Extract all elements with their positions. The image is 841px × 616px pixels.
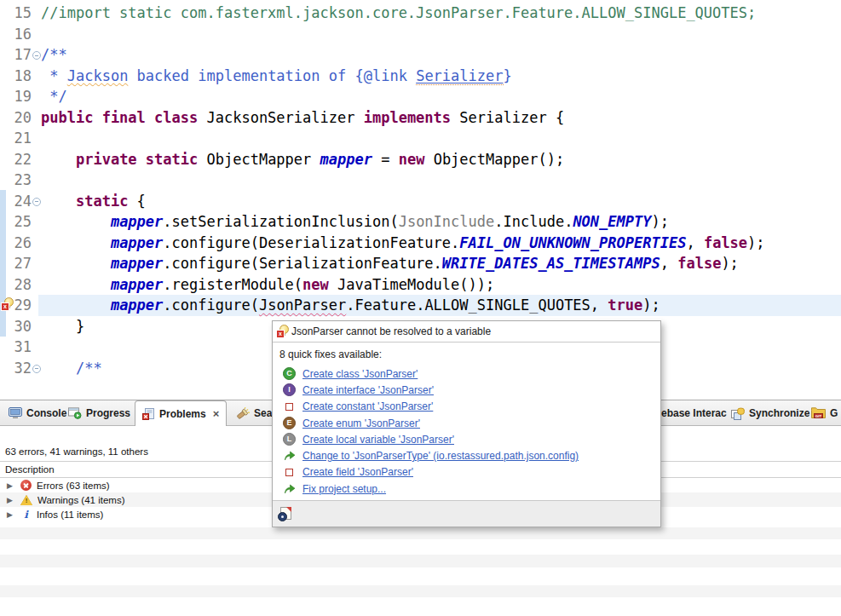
fold-marker-icon[interactable] xyxy=(32,358,41,379)
empty-row xyxy=(0,555,841,567)
quickfix-popup-header: x JsonParser cannot be resolved to a var… xyxy=(273,321,660,343)
code-line-29[interactable]: 29 mapper.configure(JsonParser.Feature.A… xyxy=(0,295,841,316)
quickfix-item[interactable]: Create constant 'JsonParser' xyxy=(279,399,654,415)
constant-icon xyxy=(283,403,296,411)
error-badge-icon: x xyxy=(1,302,9,311)
quickfix-item[interactable]: CCreate class 'JsonParser' xyxy=(279,366,654,382)
collapse-icon[interactable] xyxy=(32,51,41,60)
problems-summary: 63 errors, 41 warnings, 11 others xyxy=(5,446,148,457)
code-line-21[interactable]: 21 xyxy=(0,128,841,149)
quickfix-link[interactable]: Change to 'JsonParserType' (io.restassur… xyxy=(302,450,579,462)
expand-arrow-icon[interactable]: ▶ xyxy=(7,481,15,490)
line-number: 16 xyxy=(0,24,32,45)
code-text: mapper.configure(SerializationFeature.WR… xyxy=(41,253,739,274)
fold-marker-icon[interactable] xyxy=(32,191,41,212)
line-number: 23 xyxy=(0,170,32,191)
quickfix-list: CCreate class 'JsonParser'ICreate interf… xyxy=(279,366,654,497)
tab-rebase-interactive[interactable]: ebase Interac xyxy=(661,401,727,425)
quickfix-item[interactable]: Create field 'JsonParser' xyxy=(279,464,654,481)
code-text: mapper.setSerializationInclusion(JsonInc… xyxy=(41,211,669,233)
code-line-16[interactable]: 16 xyxy=(0,24,841,45)
quickfix-bulb-error-icon: x xyxy=(276,325,289,338)
fold-marker-icon[interactable] xyxy=(32,44,41,66)
code-line-22[interactable]: 22 private static ObjectMapper mapper = … xyxy=(0,149,841,170)
info-icon: i xyxy=(20,509,32,521)
code-text: * Jackson backed implementation of {@lin… xyxy=(41,66,512,87)
code-text: } xyxy=(41,316,84,337)
code-line-15[interactable]: 15//import static com.fasterxml.jackson.… xyxy=(0,3,841,24)
error-badge-icon: x xyxy=(276,330,285,338)
line-number: 31 xyxy=(0,337,32,358)
tab-label: ebase Interac xyxy=(661,407,727,419)
quickfix-item[interactable]: ICreate interface 'JsonParser' xyxy=(279,382,654,398)
line-number: 15 xyxy=(0,3,32,24)
eclipse-window: 15//import static com.fasterxml.jackson.… xyxy=(0,0,841,616)
quickfix-link[interactable]: Create local variable 'JsonParser' xyxy=(302,434,454,446)
field-icon xyxy=(283,469,296,476)
block-range-indicator xyxy=(0,190,6,337)
fold-slot xyxy=(32,3,41,24)
code-line-24[interactable]: 24 static { xyxy=(0,191,841,212)
code-line-20[interactable]: 20public final class JacksonSerializer i… xyxy=(0,107,841,129)
expand-arrow-icon[interactable]: ▶ xyxy=(7,510,15,519)
quickfix-link[interactable]: Create class 'JsonParser' xyxy=(302,368,418,380)
quickfix-bulb-error-icon[interactable]: x xyxy=(1,297,14,311)
code-text: */ xyxy=(41,86,67,107)
configure-annotations-icon[interactable] xyxy=(278,507,291,521)
code-text: mapper.configure(DeserializationFeature.… xyxy=(41,233,765,254)
quickfix-count-label: 8 quick fixes available: xyxy=(279,348,654,360)
quickfix-link[interactable]: Create enum 'JsonParser' xyxy=(302,417,420,429)
quickfix-popup: x JsonParser cannot be resolved to a var… xyxy=(272,320,661,527)
empty-row xyxy=(0,585,841,597)
progress-icon xyxy=(68,407,82,419)
code-line-25[interactable]: 25 mapper.setSerializationInclusion(Json… xyxy=(0,211,841,233)
collapse-icon[interactable] xyxy=(32,198,41,206)
fold-slot xyxy=(32,170,41,191)
code-text: mapper.registerModule(new JavaTimeModule… xyxy=(41,274,494,296)
quickfix-link[interactable]: Create constant 'JsonParser' xyxy=(302,400,433,412)
empty-row xyxy=(0,527,841,539)
search-icon xyxy=(235,407,250,420)
tab-label: Synchronize xyxy=(749,407,809,419)
code-line-26[interactable]: 26 mapper.configure(DeserializationFeatu… xyxy=(0,233,841,254)
localvar-icon: L xyxy=(283,433,296,446)
svg-text:GIT: GIT xyxy=(815,414,822,418)
quickfix-item[interactable]: Fix project setup... xyxy=(279,481,654,497)
quickfix-link[interactable]: Create field 'JsonParser' xyxy=(302,466,413,478)
fold-slot xyxy=(32,107,41,129)
code-line-28[interactable]: 28 mapper.registerModule(new JavaTimeMod… xyxy=(0,274,841,296)
code-line-17[interactable]: 17/** xyxy=(0,44,841,66)
expand-arrow-icon[interactable]: ▶ xyxy=(7,496,15,504)
quickfix-link[interactable]: Fix project setup... xyxy=(302,483,386,495)
quickfix-item[interactable]: Change to 'JsonParserType' (io.restassur… xyxy=(279,447,654,463)
tab-progress[interactable]: Progress xyxy=(68,401,130,425)
error-icon xyxy=(20,480,32,491)
tab-label: Progress xyxy=(86,407,130,419)
code-text: //import static com.fasterxml.jackson.co… xyxy=(41,3,756,24)
code-text: /** xyxy=(41,358,102,379)
quickfix-link[interactable]: Create interface 'JsonParser' xyxy=(302,384,434,396)
collapse-icon[interactable] xyxy=(32,365,41,373)
ribbon-shape xyxy=(286,507,291,512)
tab-git-repositories[interactable]: GITG xyxy=(811,401,838,425)
description-column-header[interactable]: Description xyxy=(5,464,55,475)
code-line-27[interactable]: 27 mapper.configure(SerializationFeature… xyxy=(0,253,841,274)
code-line-19[interactable]: 19 */ xyxy=(0,86,841,107)
warning-icon: ! xyxy=(20,495,32,505)
quickfix-list-body: 8 quick fixes available: CCreate class '… xyxy=(273,343,660,500)
code-line-23[interactable]: 23 xyxy=(0,170,841,191)
tab-console[interactable]: Console xyxy=(9,401,66,425)
tab-close-icon[interactable]: × xyxy=(213,407,220,420)
code-line-18[interactable]: 18 * Jackson backed implementation of {@… xyxy=(0,66,841,87)
fold-slot xyxy=(32,24,41,45)
fold-slot xyxy=(32,274,41,296)
tab-synchronize[interactable]: Synchronize xyxy=(731,401,809,425)
line-number: 18 xyxy=(0,66,32,87)
fold-slot xyxy=(32,316,41,337)
code-text: public final class JacksonSerializer imp… xyxy=(41,107,564,129)
line-number: 32 xyxy=(0,358,32,379)
quickfix-item[interactable]: LCreate local variable 'JsonParser' xyxy=(279,431,654,447)
tab-problems[interactable]: Problems× xyxy=(135,400,227,426)
quickfix-item[interactable]: ECreate enum 'JsonParser' xyxy=(279,415,654,431)
problems-row-label: Warnings (41 items) xyxy=(37,495,124,505)
